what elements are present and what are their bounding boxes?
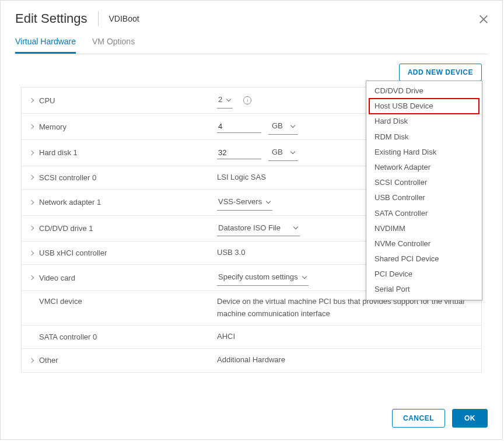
cpu-value: 2: [218, 94, 222, 106]
network-select[interactable]: VSS-Servers: [217, 194, 272, 211]
row-label[interactable]: Other: [22, 356, 217, 365]
row-label[interactable]: USB xHCI controller: [22, 249, 217, 257]
dialog-title: Edit Settings: [15, 11, 99, 26]
cddvd-select[interactable]: Datastore ISO File: [217, 220, 300, 237]
unit-text: GB: [272, 120, 283, 132]
close-icon[interactable]: [478, 13, 489, 25]
unit-text: GB: [272, 146, 283, 159]
label-text: Hard disk 1: [39, 148, 78, 157]
memory-unit-select[interactable]: GB: [268, 118, 298, 135]
ok-button[interactable]: OK: [452, 409, 488, 428]
menu-item-rdm-disk[interactable]: RDM Disk: [366, 130, 482, 145]
dialog-footer: CANCEL OK: [392, 409, 488, 428]
toolbar: ADD NEW DEVICE: [15, 64, 482, 81]
dialog-header: Edit Settings VDIBoot: [15, 11, 488, 26]
menu-item-host-usb-device[interactable]: Host USB Device: [369, 98, 480, 114]
tabs: Virtual Hardware VM Options: [15, 37, 488, 54]
label-text: SATA controller 0: [39, 332, 97, 341]
row-label[interactable]: Memory: [22, 123, 217, 131]
video-select[interactable]: Specify custom settings: [217, 270, 309, 286]
row-label[interactable]: Network adapter 1: [22, 198, 217, 206]
label-text: Other: [39, 356, 58, 365]
chevron-down-icon: [226, 97, 231, 102]
label-text: Network adapter 1: [39, 198, 101, 206]
label-text: SCSI controller 0: [39, 173, 96, 182]
memory-input[interactable]: [217, 120, 261, 133]
cpu-select[interactable]: 2: [217, 92, 233, 108]
menu-item-scsi-controller[interactable]: SCSI Controller: [366, 175, 482, 190]
network-value: VSS-Servers: [218, 196, 262, 208]
edit-settings-dialog: Edit Settings VDIBoot Virtual Hardware V…: [0, 0, 503, 440]
add-new-device-button[interactable]: ADD NEW DEVICE: [399, 64, 482, 81]
menu-item-sata-controller[interactable]: SATA Controller: [366, 206, 482, 221]
harddisk-unit-select[interactable]: GB: [268, 145, 298, 161]
row-sata-controller-0: SATA controller 0 AHCI: [22, 326, 481, 349]
vm-name: VDIBoot: [109, 14, 139, 23]
add-device-menu: CD/DVD Drive Host USB Device Hard Disk R…: [366, 80, 482, 300]
chevron-right-icon: [29, 124, 34, 129]
chevron-right-icon: [29, 175, 34, 180]
row-label: VMCI device: [22, 296, 217, 306]
chevron-right-icon: [29, 358, 34, 363]
menu-item-shared-pci-device[interactable]: Shared PCI Device: [366, 251, 482, 267]
row-label: SATA controller 0: [22, 332, 217, 341]
row-label[interactable]: CD/DVD drive 1: [22, 224, 217, 233]
menu-item-serial-port[interactable]: Serial Port: [366, 282, 482, 297]
label-text: CD/DVD drive 1: [39, 224, 93, 233]
row-value: AHCI: [217, 331, 481, 343]
row-label[interactable]: Video card: [22, 274, 217, 282]
info-icon[interactable]: i: [243, 96, 251, 104]
chevron-right-icon: [29, 98, 34, 103]
row-other: Other Additional Hardware: [22, 349, 481, 372]
tab-virtual-hardware[interactable]: Virtual Hardware: [15, 37, 76, 54]
label-text: USB xHCI controller: [39, 249, 107, 257]
chevron-down-icon: [302, 274, 306, 279]
label-text: CPU: [39, 96, 55, 105]
label-text: VMCI device: [39, 297, 82, 306]
cddvd-value: Datastore ISO File: [218, 222, 281, 235]
menu-item-network-adapter[interactable]: Network Adapter: [366, 160, 482, 175]
row-label[interactable]: SCSI controller 0: [22, 173, 217, 182]
chevron-right-icon: [29, 150, 34, 155]
chevron-down-icon: [290, 123, 295, 128]
video-value: Specify custom settings: [218, 271, 298, 284]
chevron-right-icon: [29, 275, 34, 280]
chevron-right-icon: [29, 226, 34, 230]
menu-item-nvdimm[interactable]: NVDIMM: [366, 221, 482, 236]
chevron-right-icon: [29, 200, 34, 204]
menu-item-hard-disk[interactable]: Hard Disk: [366, 114, 482, 129]
chevron-down-icon: [293, 225, 298, 229]
menu-item-cddvd-drive[interactable]: CD/DVD Drive: [366, 83, 482, 99]
row-value: Additional Hardware: [217, 354, 481, 366]
label-text: Memory: [39, 123, 66, 131]
tab-vm-options[interactable]: VM Options: [92, 37, 135, 54]
harddisk-input[interactable]: [217, 146, 261, 159]
row-label[interactable]: Hard disk 1: [22, 148, 217, 157]
chevron-right-icon: [29, 251, 34, 256]
chevron-down-icon: [266, 198, 271, 203]
menu-item-nvme-controller[interactable]: NVMe Controller: [366, 236, 482, 251]
menu-item-pci-device[interactable]: PCI Device: [366, 267, 482, 282]
menu-item-usb-controller[interactable]: USB Controller: [366, 190, 482, 205]
row-label[interactable]: CPU: [22, 96, 217, 105]
menu-item-existing-hard-disk[interactable]: Existing Hard Disk: [366, 145, 482, 160]
chevron-down-icon: [290, 149, 295, 154]
label-text: Video card: [39, 274, 75, 282]
cancel-button[interactable]: CANCEL: [392, 409, 445, 428]
